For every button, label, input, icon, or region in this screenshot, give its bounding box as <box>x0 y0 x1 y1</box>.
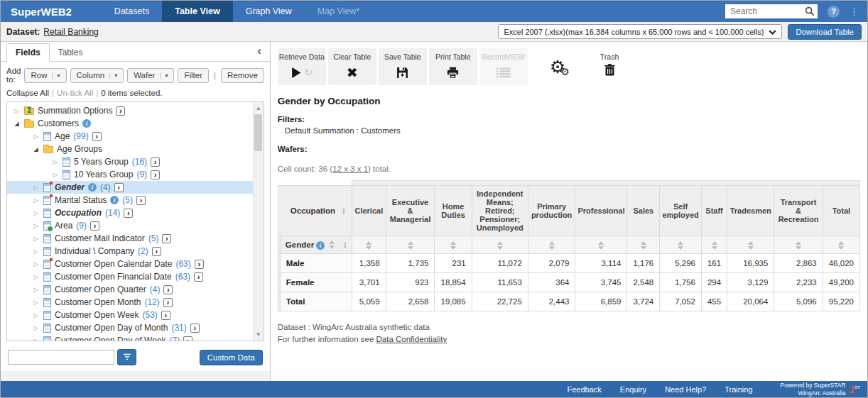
column-header-tradesmen[interactable]: Tradesmen <box>727 186 774 236</box>
tree-item-customer-open-calendar-date[interactable]: ▷Customer Open Calendar Date(63)› <box>7 258 264 270</box>
tree-item-individual-company[interactable]: ▷Individual \ Company(2)› <box>7 245 264 258</box>
sort-cell-primary-production[interactable] <box>528 236 575 254</box>
overflow-menu-icon[interactable]: ⋮ <box>850 6 859 17</box>
field-add-arrow-button[interactable]: › <box>163 285 173 294</box>
add-to-filter-button[interactable]: Filter <box>178 68 209 83</box>
column-header-clerical[interactable]: Clerical <box>352 186 386 236</box>
sort-cell-self-employed[interactable] <box>660 236 702 254</box>
export-format-select[interactable]: Excel 2007 (.xlsx)(max 16,384 columns x … <box>498 24 782 39</box>
tree-item-age-groups[interactable]: ◢Age Groups <box>7 143 264 155</box>
sort-cell-staff[interactable] <box>701 236 727 254</box>
scroll-down-icon[interactable]: ▼ <box>256 330 261 341</box>
expand-caret-icon[interactable]: ▷ <box>32 338 40 342</box>
data-confidentiality-link[interactable]: Data Confidentiality <box>376 335 447 343</box>
field-add-arrow-button[interactable]: › <box>151 170 160 179</box>
tree-item-customer-mail-indicator[interactable]: ▷Customer Mail Indicator(5)› <box>7 232 264 245</box>
sort-cell-sales[interactable] <box>627 236 660 254</box>
footer-link-enquiry[interactable]: Enquiry <box>620 385 646 394</box>
sort-cell-executive-managerial[interactable] <box>386 236 435 254</box>
column-header-total[interactable]: Total <box>823 186 859 236</box>
cell-count-link[interactable]: 12 x 3 x 1 <box>332 165 368 173</box>
row-label-female[interactable]: Female <box>280 273 352 292</box>
expand-caret-icon[interactable]: ▷ <box>32 248 40 255</box>
collapse-caret-icon[interactable]: ◢ <box>32 146 40 153</box>
field-add-arrow-button[interactable]: › <box>163 298 173 307</box>
sort-cell-independent-means-retired-pensioner-unemployed[interactable] <box>472 236 528 254</box>
sort-cell-transport-recreation[interactable] <box>774 236 823 254</box>
tree-item-summation-options[interactable]: ▷Summation Options› <box>7 104 264 117</box>
tree-item-gender[interactable]: ▷Genderi(4)› <box>7 181 264 194</box>
row-label-male[interactable]: Male <box>280 254 352 273</box>
add-to-column-button[interactable]: Column▾ <box>70 68 124 83</box>
trash-button[interactable]: Trash <box>600 48 619 78</box>
tree-item-area[interactable]: ▷Area(9)› <box>7 219 264 232</box>
sort-cell-clerical[interactable] <box>352 236 386 254</box>
add-to-wafer-button[interactable]: Wafer▾ <box>127 68 174 83</box>
expand-caret-icon[interactable]: ▷ <box>32 274 40 280</box>
column-header-independent-means-retired-pensioner-unemployed[interactable]: Independent Means; Retired; Pensioner; U… <box>472 186 528 236</box>
field-add-arrow-button[interactable]: › <box>152 247 161 256</box>
field-add-arrow-button[interactable]: › <box>194 272 203 282</box>
tab-tables[interactable]: Tables <box>50 44 92 61</box>
sort-cell-professional[interactable] <box>575 236 627 254</box>
retrieve-data-button[interactable]: Retrieve Data↻ <box>278 48 326 85</box>
nav-item-map-view[interactable]: Map View* <box>305 1 373 22</box>
field-add-arrow-button[interactable]: › <box>183 336 192 342</box>
tab-fields[interactable]: Fields <box>6 43 50 62</box>
field-add-arrow-button[interactable]: › <box>116 106 125 116</box>
footer-link-feedback[interactable]: Feedback <box>568 385 602 394</box>
tree-item-occupation[interactable]: ▷Occupation(14)› <box>7 206 264 219</box>
kebab-menu-icon[interactable]: ⋮ <box>340 207 347 215</box>
expand-caret-icon[interactable]: ▷ <box>32 197 40 204</box>
expand-caret-icon[interactable]: ▷ <box>32 133 40 140</box>
help-icon[interactable]: ? <box>828 6 840 18</box>
nav-item-datasets[interactable]: Datasets <box>102 1 162 22</box>
column-header-home-duties[interactable]: Home Duties <box>435 186 472 236</box>
field-add-arrow-button[interactable]: › <box>90 221 99 231</box>
expand-caret-icon[interactable]: ▷ <box>32 325 40 331</box>
untick-all-link[interactable]: Un-tick All <box>57 89 93 97</box>
tree-item-customer-open-quarter[interactable]: ▷Customer Open Quarter(4)› <box>7 283 264 296</box>
expand-caret-icon[interactable]: ▷ <box>51 172 59 178</box>
expand-caret-icon[interactable]: ▷ <box>32 236 40 242</box>
tree-item-marital-status[interactable]: ▷Marital Statusi(5)› <box>7 194 264 206</box>
tree-item-customers[interactable]: ◢Customersi <box>7 117 264 130</box>
scroll-thumb[interactable] <box>254 114 262 151</box>
column-header-self-employed[interactable]: Self employed <box>660 186 702 236</box>
sort-cell-total[interactable] <box>823 236 859 254</box>
sort-icon[interactable] <box>327 241 337 249</box>
expand-caret-icon[interactable]: ▷ <box>13 108 21 114</box>
field-add-arrow-button[interactable]: › <box>161 311 170 320</box>
column-header-executive-managerial[interactable]: Executive & Managerial <box>386 186 435 236</box>
recordview-button[interactable]: RecordVIEW <box>479 48 528 85</box>
field-add-arrow-button[interactable]: › <box>195 260 204 269</box>
footer-link-need-help[interactable]: Need Help? <box>665 385 706 394</box>
tree-item-customer-open-week[interactable]: ▷Customer Open Week(53)› <box>7 309 264 321</box>
collapse-caret-icon[interactable]: ◢ <box>13 121 21 127</box>
sort-cell-tradesmen[interactable] <box>727 236 774 254</box>
expand-caret-icon[interactable]: ▷ <box>32 261 40 267</box>
collapse-all-link[interactable]: Collapse All <box>6 89 49 97</box>
remove-button[interactable]: Remove <box>221 68 264 83</box>
kebab-menu-icon[interactable]: ⋮ <box>342 241 349 249</box>
tree-item-customer-open-day-of-month[interactable]: ▷Customer Open Day of Month(31)› <box>7 321 264 334</box>
expand-caret-icon[interactable]: ▷ <box>32 223 40 229</box>
app-logo[interactable]: SuperWEB2 <box>1 1 82 22</box>
clear-table-button[interactable]: Clear Table✖ <box>328 48 376 85</box>
print-table-button[interactable]: Print Table <box>429 48 477 85</box>
info-icon[interactable]: i <box>88 183 97 192</box>
field-filter-input[interactable] <box>8 350 114 365</box>
info-icon[interactable]: i <box>316 241 325 250</box>
field-add-arrow-button[interactable]: › <box>114 183 124 192</box>
field-add-arrow-button[interactable]: › <box>190 324 200 333</box>
column-header-primary-production[interactable]: Primary production <box>528 186 575 236</box>
search-icon[interactable] <box>805 6 815 19</box>
column-header-sales[interactable]: Sales <box>627 186 660 236</box>
tree-item-customer-open-month[interactable]: ▷Customer Open Month(12)› <box>7 296 264 309</box>
expand-caret-icon[interactable]: ▷ <box>51 159 59 165</box>
expand-caret-icon[interactable]: ▷ <box>32 184 40 191</box>
download-table-button[interactable]: Download Table <box>788 24 862 40</box>
info-icon[interactable]: i <box>110 196 119 204</box>
field-add-arrow-button[interactable]: › <box>92 132 102 141</box>
column-header-professional[interactable]: Professional <box>575 186 627 236</box>
